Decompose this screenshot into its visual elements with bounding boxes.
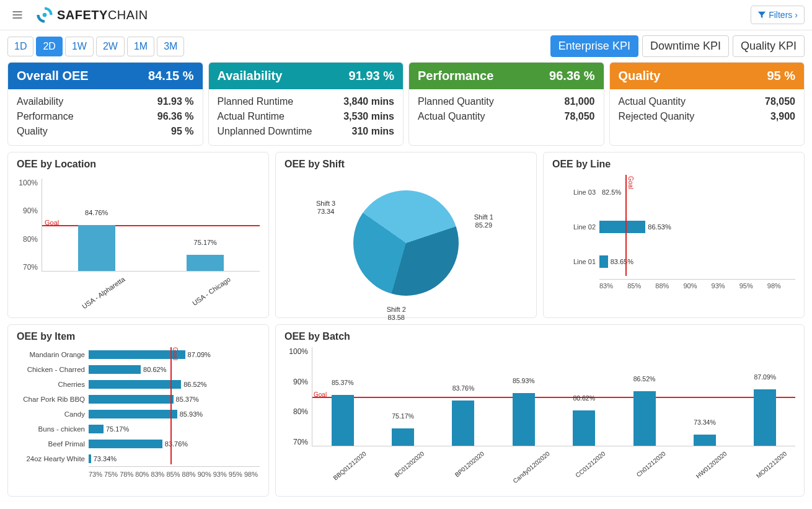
- kpi-card-header: Performance96.36 %: [409, 63, 604, 89]
- range-button-1m[interactable]: 1M: [127, 37, 154, 56]
- pie-slice-name: Shift 1: [474, 213, 493, 221]
- batch-bar[interactable]: [694, 435, 716, 446]
- header-left: SAFETYCHAIN: [7, 5, 148, 25]
- chevron-right-icon: ›: [795, 10, 798, 20]
- kpi-metric-value: 3,900: [770, 111, 795, 122]
- date-range-group: 1D2D1W2W1M3M: [7, 37, 184, 56]
- bar-value-label: 73.34%: [694, 418, 716, 426]
- kpi-value: 96.36 %: [549, 69, 594, 83]
- y-tick: 80%: [17, 235, 38, 244]
- x-tick: 73%: [89, 471, 104, 478]
- batch-bar[interactable]: [633, 391, 656, 446]
- category-label: USA - Chicago: [191, 275, 232, 307]
- y-tick: 80%: [285, 407, 308, 416]
- bar-value-label: 75.17%: [194, 239, 217, 246]
- x-tick: 75%: [104, 471, 120, 478]
- goal-line: Goal: [312, 397, 795, 398]
- category-label: MO01212020: [755, 450, 788, 479]
- category-label: 24oz Hearty White: [17, 455, 85, 463]
- batch-bar[interactable]: [332, 395, 354, 446]
- shift-pie-wrap: Shift 185.29Shift 283.58Shift 373.34: [285, 175, 527, 311]
- filters-label: Filters: [769, 10, 792, 20]
- kpi-metric-row: Actual Quantity78,050: [619, 94, 796, 109]
- kpi-tab-downtime-kpi[interactable]: Downtime KPI: [642, 35, 729, 57]
- range-button-2d[interactable]: 2D: [36, 37, 62, 56]
- kpi-metric-label: Performance: [17, 111, 74, 122]
- pie-slice-name: Shift 3: [316, 200, 335, 208]
- category-label: Mandarin Orange: [17, 351, 85, 358]
- category-label: Line 02: [552, 223, 596, 231]
- chart-title: OEE by Batch: [285, 331, 795, 342]
- pie-label: Shift 373.34: [316, 200, 335, 216]
- pie-slice-value: 73.34: [316, 208, 335, 216]
- range-button-3m[interactable]: 3M: [157, 37, 184, 56]
- batch-plot-area: Goal85.37%BBQ0121202075.17%BC0120202083.…: [312, 347, 795, 446]
- x-tick: 88%: [182, 471, 198, 478]
- charts-grid: OEE by Location 100%90%80%70% Goal84.76%…: [0, 146, 812, 504]
- y-tick: 100%: [285, 347, 308, 356]
- kpi-tab-enterprise-kpi[interactable]: Enterprise KPI: [550, 35, 638, 57]
- item-chart-body: Mandarin Orange87.09%Chicken - Charred80…: [17, 347, 260, 478]
- goal-overlay: Goal: [89, 347, 260, 464]
- category-label: Chicken - Charred: [17, 366, 85, 373]
- batch-bar[interactable]: [452, 401, 474, 446]
- goal-line: Goal: [42, 225, 260, 226]
- toolbar: 1D2D1W2W1M3M Enterprise KPIDowntime KPIQ…: [0, 30, 812, 62]
- y-tick: 90%: [17, 206, 38, 215]
- hamburger-menu-button[interactable]: [7, 5, 27, 25]
- bar-value-label: 75.17%: [392, 412, 414, 420]
- bar-value-label: 84.76%: [85, 209, 108, 216]
- kpi-card-body: Availability91.93 %Performance96.36 %Qua…: [8, 89, 203, 145]
- kpi-metric-row: Availability91.93 %: [17, 94, 194, 109]
- kpi-metric-label: Actual Quantity: [619, 96, 686, 107]
- kpi-metric-value: 3,530 mins: [343, 111, 394, 122]
- goal-label: Goal: [314, 391, 327, 398]
- kpi-card-body: Planned Quantity81,000Actual Quantity78,…: [409, 89, 604, 130]
- x-tick: 85%: [166, 471, 182, 478]
- kpi-card-body: Planned Runtime3,840 minsActual Runtime3…: [209, 89, 404, 145]
- category-label: Buns - chicken: [17, 425, 85, 433]
- category-label: Line 03: [552, 188, 596, 196]
- chart-title: OEE by Line: [552, 159, 795, 170]
- batch-y-axis: 100%90%80%70%: [285, 347, 312, 446]
- line-chart-body: Line 0382.5%Line 0286.53%Line 0183.65% 8…: [552, 175, 795, 290]
- bar-value-label: 85.93%: [513, 377, 535, 384]
- x-tick: 95%: [739, 282, 767, 290]
- bar-value-label: 85.37%: [332, 379, 354, 386]
- kpi-metric-row: Performance96.36 %: [17, 109, 194, 124]
- chart-oee-by-line: OEE by Line Line 0382.5%Line 0286.53%Lin…: [543, 152, 805, 318]
- range-button-1d[interactable]: 1D: [7, 37, 33, 56]
- pie-label: Shift 185.29: [474, 213, 493, 229]
- chart-oee-by-item: OEE by Item Mandarin Orange87.09%Chicken…: [7, 324, 269, 497]
- range-button-1w[interactable]: 1W: [65, 37, 94, 56]
- batch-bar[interactable]: [392, 428, 414, 446]
- range-button-2w[interactable]: 2W: [96, 37, 125, 56]
- kpi-card-quality: Quality95 %Actual Quantity78,050Rejected…: [609, 62, 805, 146]
- goal-line: [625, 175, 627, 276]
- bar-value-label: 86.52%: [633, 375, 656, 383]
- kpi-metric-value: 95 %: [171, 126, 193, 137]
- kpi-value: 91.93 %: [349, 69, 394, 83]
- batch-bar[interactable]: [754, 389, 776, 446]
- goal-label: Goal: [45, 219, 59, 226]
- y-tick: 70%: [17, 263, 38, 272]
- kpi-title: Overall OEE: [17, 69, 89, 83]
- kpi-metric-label: Quality: [17, 126, 48, 137]
- kpi-tab-quality-kpi[interactable]: Quality KPI: [733, 35, 805, 57]
- kpi-card-overall-oee: Overall OEE84.15 %Availability91.93 %Per…: [7, 62, 203, 146]
- filters-button[interactable]: Filters ›: [751, 6, 805, 24]
- batch-bar[interactable]: [513, 393, 535, 446]
- kpi-metric-value: 81,000: [565, 96, 595, 107]
- kpi-metric-value: 78,050: [765, 96, 795, 107]
- y-tick: 100%: [17, 179, 38, 187]
- pie-label: Shift 283.58: [387, 306, 406, 322]
- kpi-metric-label: Rejected Quanity: [619, 111, 695, 122]
- y-tick: 90%: [285, 378, 308, 386]
- kpi-metric-row: Quality95 %: [17, 124, 194, 139]
- x-tick: 83%: [599, 282, 627, 290]
- location-bar[interactable]: [187, 255, 224, 271]
- kpi-card-performance: Performance96.36 %Planned Quantity81,000…: [408, 62, 604, 146]
- svg-point-3: [43, 13, 47, 17]
- batch-bar[interactable]: [573, 410, 595, 446]
- location-bar[interactable]: [78, 225, 115, 271]
